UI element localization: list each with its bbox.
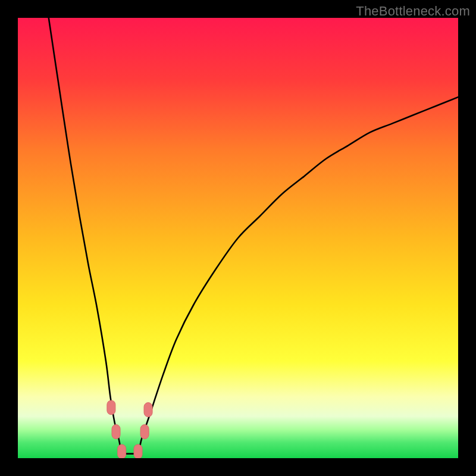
- balance-marker: [144, 403, 152, 417]
- bottleneck-chart: [18, 18, 458, 458]
- balance-marker: [112, 425, 120, 439]
- watermark-text: TheBottleneck.com: [356, 4, 470, 19]
- balance-marker: [118, 444, 126, 458]
- balance-marker: [134, 444, 142, 458]
- balance-marker: [107, 400, 115, 415]
- balance-marker: [140, 425, 149, 439]
- chart-frame: TheBottleneck.com: [0, 0, 476, 476]
